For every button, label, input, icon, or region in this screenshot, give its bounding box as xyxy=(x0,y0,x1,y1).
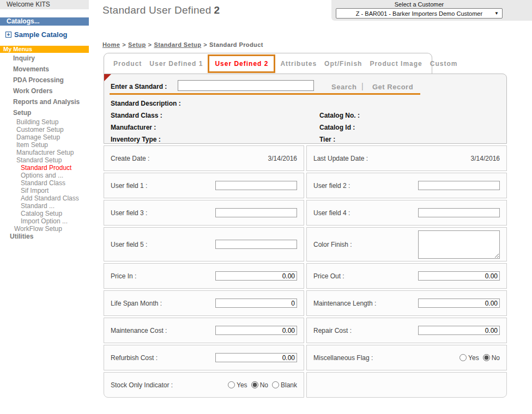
maintenance-length-input[interactable] xyxy=(418,299,500,308)
last-update-date-value: 3/14/2016 xyxy=(471,155,500,162)
sidebar-item-pda-processing[interactable]: PDA Processing xyxy=(0,75,95,86)
user-field-2-input[interactable] xyxy=(418,181,500,190)
miscellaneous-flag-option-yes[interactable]: Yes xyxy=(460,354,479,362)
field-label-last-update-date: Last Update Date : xyxy=(313,155,368,162)
sidebar-item-add-standard-class[interactable]: Add Standard Class xyxy=(0,194,95,202)
enter-standard-input[interactable] xyxy=(178,80,314,91)
stock-only-indicator-option-yes[interactable]: Yes xyxy=(228,381,247,389)
sidebar-menu: InquiryMovementsPDA ProcessingWork Order… xyxy=(0,53,95,240)
user-field-4-input[interactable] xyxy=(418,208,500,217)
sidebar-item-workflow-setup[interactable]: WorkFlow Setup xyxy=(0,225,95,233)
sidebar-item-customer-setup[interactable]: Customer Setup xyxy=(0,126,95,133)
get-record-button[interactable]: Get Record xyxy=(372,83,413,91)
stock-only-indicator-option-blank[interactable]: Blank xyxy=(272,381,297,389)
app-window: Welcome KITS Select a Customer Z - BAR00… xyxy=(0,0,532,414)
sidebar-item-sif-import[interactable]: Sif Import xyxy=(0,187,95,194)
form-cell-user-field-1: User field 1 : xyxy=(104,173,304,198)
miscellaneous-flag-option-no[interactable]: No xyxy=(483,354,500,362)
summary-labels: Standard Description :Standard Class :Ca… xyxy=(104,98,506,146)
tab-user-defined-1[interactable]: User Defined 1 xyxy=(146,60,207,68)
sidebar-item-manufacturer-setup[interactable]: Manufacturer Setup xyxy=(0,149,95,156)
price-in-input[interactable] xyxy=(215,271,297,281)
miscellaneous-flag-radio-group: YesNo xyxy=(456,354,500,362)
sidebar-item-inquiry[interactable]: Inquiry xyxy=(0,53,95,64)
sidebar-item-import-option[interactable]: Import Option ... xyxy=(0,217,95,225)
radio-label-blank: Blank xyxy=(281,381,297,389)
tab-product[interactable]: Product xyxy=(110,60,146,68)
stock-only-indicator-radio-yes[interactable] xyxy=(228,381,235,388)
form-cell-stock-only-indicator: Stock Only Indicator :YesNoBlank xyxy=(104,372,304,398)
page-title: Standard User Defined2 xyxy=(102,4,220,16)
form-cell-create-date: Create Date :3/14/2016 xyxy=(104,145,304,171)
my-menus-header: My Menus xyxy=(0,46,89,53)
form-row: Maintenance Cost :Repair Cost : xyxy=(104,318,507,343)
tab-custom[interactable]: Custom xyxy=(426,60,462,68)
form-row: User field 5 :Color Finish : xyxy=(104,227,507,261)
miscellaneous-flag-radio-no[interactable] xyxy=(483,354,490,361)
breadcrumb-standard-product: Standard Product xyxy=(209,41,263,48)
summary-label-catalog-no: Catalog No. : xyxy=(319,112,360,119)
sidebar-item-item-setup[interactable]: Item Setup xyxy=(0,141,95,149)
stock-only-indicator-option-no[interactable]: No xyxy=(251,381,268,389)
form-row: Create Date :3/14/2016Last Update Date :… xyxy=(104,145,507,171)
select-customer-label: Select a Customer xyxy=(336,1,503,8)
breadcrumb-separator: > xyxy=(148,41,152,48)
customer-selector-panel: Select a Customer Z - BAR001 - Barker Im… xyxy=(331,0,532,21)
maintenance-cost-input[interactable] xyxy=(215,326,297,335)
form-cell-maintenance-length: Maintenance Length : xyxy=(306,290,507,316)
stock-only-indicator-radio-group: YesNoBlank xyxy=(224,381,297,389)
field-label-refurbish-cost: Refurbish Cost : xyxy=(111,354,158,362)
sidebar-item-sample-catalog[interactable]: + Sample Catalog xyxy=(5,31,68,39)
sidebar-item-utilities[interactable]: Utilities xyxy=(0,233,95,240)
repair-cost-input[interactable] xyxy=(418,326,500,335)
user-field-1-input[interactable] xyxy=(215,181,297,190)
tab-attributes[interactable]: Attributes xyxy=(276,60,321,68)
sidebar-item-movements[interactable]: Movements xyxy=(0,64,95,75)
tab-bar: ProductUser Defined 1User Defined 2Attri… xyxy=(104,53,432,74)
tab-opt-finish[interactable]: Opt/Finish xyxy=(321,60,366,68)
sidebar-item-work-orders[interactable]: Work Orders xyxy=(0,86,95,96)
sidebar-item-standard-product[interactable]: Standard Product xyxy=(0,164,95,172)
sidebar-item-reports-and-analysis[interactable]: Reports and Analysis xyxy=(0,96,95,107)
life-span-month-input[interactable] xyxy=(215,299,297,308)
breadcrumb-standard-setup[interactable]: Standard Setup xyxy=(154,41,201,48)
catalogs-header[interactable]: Catalogs... xyxy=(0,17,89,26)
sidebar-item-standard-class[interactable]: Standard Class xyxy=(0,179,95,187)
tab-user-defined-2[interactable]: User Defined 2 xyxy=(208,54,275,73)
form-row: Price In :Price Out : xyxy=(104,263,507,289)
breadcrumb-home[interactable]: Home xyxy=(102,41,120,48)
form-cell-last-update-date: Last Update Date :3/14/2016 xyxy=(306,145,507,171)
form-rows: Create Date :3/14/2016Last Update Date :… xyxy=(104,145,507,399)
sidebar-item-standard[interactable]: Standard ... xyxy=(0,202,95,210)
radio-label-no: No xyxy=(492,354,500,362)
refurbish-cost-input[interactable] xyxy=(215,353,297,362)
field-label-user-field-2: User field 2 : xyxy=(313,182,350,190)
sidebar-item-setup[interactable]: Setup xyxy=(0,107,95,118)
price-out-input[interactable] xyxy=(418,271,500,281)
color-finish-textarea[interactable] xyxy=(418,230,500,259)
field-label-miscellaneous-flag: Miscellaneous Flag : xyxy=(313,354,373,362)
form-row: Refurbish Cost :Miscellaneous Flag :YesN… xyxy=(104,345,507,370)
stock-only-indicator-radio-no[interactable] xyxy=(251,381,258,388)
field-label-maintenance-length: Maintenance Length : xyxy=(313,300,376,307)
sidebar-item-building-setup[interactable]: Building Setup xyxy=(0,118,95,126)
tab-product-image[interactable]: Product Image xyxy=(366,60,426,68)
summary-row: Inventory Type :Tier : xyxy=(104,134,506,146)
expand-plus-icon[interactable]: + xyxy=(5,32,11,38)
form-cell-refurbish-cost: Refurbish Cost : xyxy=(104,345,304,370)
user-field-3-input[interactable] xyxy=(215,208,297,217)
user-field-5-input[interactable] xyxy=(215,240,297,249)
breadcrumb-setup[interactable]: Setup xyxy=(128,41,146,48)
search-button[interactable]: Search xyxy=(331,83,356,91)
sidebar-item-standard-setup[interactable]: Standard Setup xyxy=(0,156,95,164)
field-label-price-in: Price In : xyxy=(111,272,136,280)
sidebar-item-catalog-setup[interactable]: Catalog Setup xyxy=(0,210,95,217)
radio-label-no: No xyxy=(260,381,268,389)
sidebar-item-options-and[interactable]: Options and ... xyxy=(0,172,95,179)
form-cell-color-finish: Color Finish : xyxy=(306,227,507,261)
form-row: User field 1 :User field 2 : xyxy=(104,173,507,198)
miscellaneous-flag-radio-yes[interactable] xyxy=(460,354,467,361)
sidebar-item-damage-setup[interactable]: Damage Setup xyxy=(0,133,95,141)
customer-select[interactable]: Z - BAR001 - Barker Importers Demo Custo… xyxy=(336,8,503,19)
stock-only-indicator-radio-blank[interactable] xyxy=(272,381,279,388)
